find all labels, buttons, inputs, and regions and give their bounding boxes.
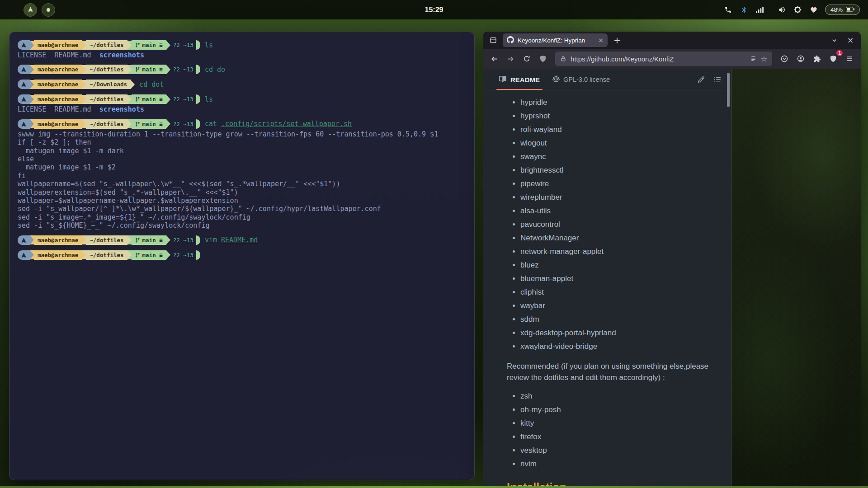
prompt-git-branch: main ≡ (132, 235, 166, 245)
prompt-git-status: ?2 ~13 (170, 235, 196, 245)
battery-percent: 48% (830, 6, 843, 13)
prompt-path: ~/dotfiles (86, 250, 127, 260)
recommended-intro: Recommended (if you plan on using someth… (507, 361, 719, 383)
terminal-prompt: maeb@archmae~/dotfilesmain ≡?2 ~13ls (18, 94, 466, 104)
terminal-command: cd do (205, 66, 225, 74)
prompt-user: maeb@archmae (34, 65, 82, 74)
reader-mode-icon[interactable] (750, 56, 757, 62)
package-item: blueman-applet (520, 272, 719, 286)
adblocker-badge: 1 (836, 50, 843, 56)
installation-heading[interactable]: Installation (507, 482, 719, 486)
extensions-icon[interactable] (810, 52, 824, 66)
prompt-path: ~/dotfiles (86, 94, 127, 104)
package-item: NetworkManager (520, 231, 719, 245)
terminal-output-line: wallpaper=$wallpapername-wallpaper.$wall… (18, 197, 466, 205)
workspace-button-active[interactable] (42, 3, 55, 17)
battery-indicator[interactable]: 48% (825, 5, 860, 15)
reload-button[interactable] (520, 52, 533, 66)
heart-icon[interactable] (809, 5, 818, 14)
packages-list: hypridlehyprshotrofi-waylandwlogoutswayn… (507, 96, 719, 353)
back-button[interactable] (487, 52, 501, 66)
network-signal-icon[interactable] (755, 5, 764, 14)
law-icon (552, 75, 560, 84)
terminal-block: maeb@archmae~/Downloadscd dot (18, 80, 466, 89)
package-item: xdg-desktop-portal-hyprland (520, 326, 719, 340)
prompt-git-branch: main ≡ (132, 40, 166, 50)
terminal-output-line: sed -i "s_${HOME}_~_" ~/.config/swaylock… (18, 221, 466, 230)
list-tabs-icon[interactable] (828, 34, 840, 46)
arch-icon (18, 80, 30, 89)
prompt-git-branch: main ≡ (132, 94, 166, 104)
recommended-list: zshoh-my-poshkittyfirefoxvesktopnvim (507, 389, 719, 471)
tab-close-icon[interactable]: × (598, 37, 604, 44)
new-tab-button[interactable]: + (611, 34, 623, 46)
powerline-separator (82, 235, 86, 244)
book-icon (499, 75, 506, 84)
firefox-view-icon[interactable] (487, 34, 499, 46)
pocket-icon[interactable] (778, 52, 791, 66)
powerline-separator (82, 65, 86, 74)
prompt-user: maeb@archmae (34, 250, 82, 260)
terminal-window[interactable]: maeb@archmae~/dotfilesmain ≡?2 ~13lsLICE… (9, 32, 475, 480)
account-icon[interactable] (794, 52, 807, 66)
package-item: waybar (520, 299, 719, 313)
tab-title: Keyoonz/KonfiZ: Hyprlan (518, 37, 594, 44)
powerline-separator (30, 80, 34, 89)
volume-icon[interactable] (778, 5, 787, 14)
browser-content: README GPL-3.0 license (483, 69, 861, 486)
prompt-git-status: ?2 ~13 (170, 40, 196, 50)
browser-tab[interactable]: Keyoonz/KonfiZ: Hyprlan × (503, 33, 608, 47)
terminal-command: ls (205, 95, 213, 103)
brightness-icon[interactable] (793, 5, 802, 14)
terminal-output-line: if [ -z $2 ]; then (18, 138, 466, 146)
terminal-output-line: sed -i "s_image=.*_image=${1}_" ~/.confi… (18, 213, 466, 221)
terminal-block: maeb@archmae~/dotfilesmain ≡?2 ~13lsLICE… (18, 94, 466, 113)
package-item: hypridle (520, 96, 719, 109)
prompt-end-cap (196, 119, 200, 129)
prompt-user: maeb@archmae (34, 119, 82, 129)
prompt-end-cap (196, 40, 200, 50)
tab-license[interactable]: GPL-3.0 license (552, 75, 610, 84)
workspace-switcher (24, 3, 55, 17)
package-item: bluez (520, 258, 719, 272)
powerline-separator (166, 95, 170, 104)
powerline-separator (166, 250, 170, 259)
system-tray: 48% (724, 5, 860, 15)
menu-icon[interactable] (843, 52, 856, 66)
outline-list-icon[interactable] (714, 76, 721, 83)
package-item: cliphist (520, 286, 719, 299)
readme-actions (698, 76, 721, 83)
prompt-user: maeb@archmae (34, 80, 82, 89)
bookmark-star-icon[interactable]: ☆ (761, 55, 767, 63)
recommended-item: oh-my-posh (520, 403, 719, 417)
page-scrollbar[interactable] (727, 73, 730, 107)
prompt-git-status: ?2 ~13 (170, 119, 196, 129)
terminal-output-line: swww img --transition-duration 1 --trans… (18, 130, 466, 138)
window-close-button[interactable]: × (844, 34, 856, 46)
prompt-user: maeb@archmae (34, 235, 82, 245)
arch-icon (18, 119, 30, 129)
terminal-output-line: matugen image $1 -m dark (18, 147, 466, 155)
arch-icon (18, 94, 30, 104)
terminal-command: vim README.md (205, 236, 258, 244)
phone-icon[interactable] (724, 5, 733, 14)
prompt-git-status: ?2 ~13 (170, 250, 196, 260)
lock-icon (560, 56, 566, 62)
forward-button[interactable] (504, 52, 517, 66)
workspace-button-arch[interactable] (24, 3, 37, 17)
tab-readme[interactable]: README (499, 69, 540, 90)
package-item: hyprshot (520, 109, 719, 123)
tracking-protection-shield-icon[interactable] (536, 52, 550, 66)
page-margin (731, 69, 861, 486)
url-bar[interactable]: https://github.com/Keyoonz/KonfiZ ☆ (555, 52, 772, 66)
package-item: swaync (520, 150, 719, 164)
terminal-output-line: sed -i "s_wallpaper/[^ ]*\.\w*_wallpaper… (18, 205, 466, 213)
edit-pencil-icon[interactable] (698, 76, 705, 83)
powerline-separator (127, 65, 132, 74)
powerline-separator (127, 250, 132, 259)
bluetooth-icon[interactable] (740, 5, 749, 14)
recommended-item: nvim (520, 457, 719, 471)
adblocker-icon[interactable]: 1 (826, 52, 840, 66)
terminal-block: maeb@archmae~/dotfilesmain ≡?2 ~13 (18, 250, 466, 260)
terminal-block: maeb@archmae~/dotfilesmain ≡?2 ~13cd do (18, 65, 466, 74)
